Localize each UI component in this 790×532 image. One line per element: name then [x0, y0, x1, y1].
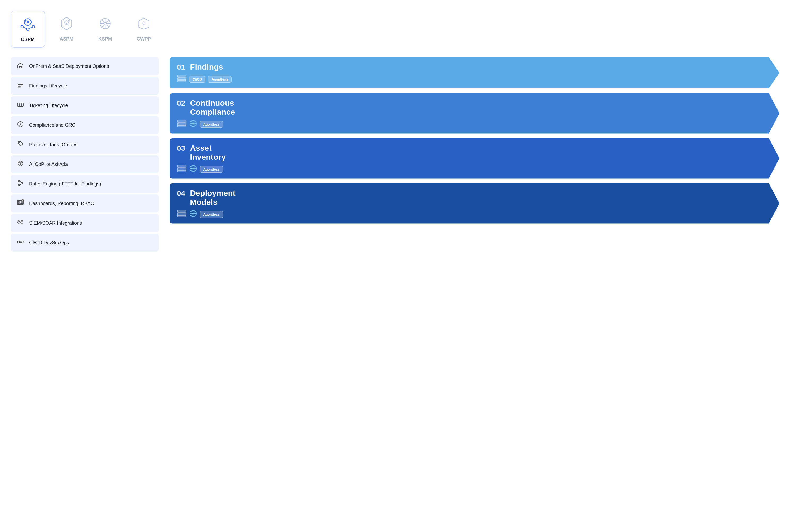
menu-label-dashboards: Dashboards, Reporting, RBAC — [29, 201, 94, 206]
menu-item-compliance[interactable]: Compliance and GRC — [11, 116, 159, 134]
svg-point-70 — [178, 168, 179, 169]
tab-aspm[interactable]: ASPM — [49, 11, 84, 46]
svg-line-94 — [191, 215, 192, 216]
arrow-number-3: 03 — [177, 144, 185, 153]
badge-agentless-2: Agentless — [200, 121, 223, 128]
home-icon — [16, 62, 24, 71]
svg-line-17 — [101, 20, 104, 22]
menu-label-ticketing: Ticketing Lifecycle — [29, 103, 68, 108]
tabs-row: CSPM ASPM — [11, 11, 779, 48]
ai-icon — [16, 160, 24, 169]
badge-agentless-3: Agentless — [200, 166, 223, 173]
menu-item-projects[interactable]: Projects, Tags, Groups — [11, 136, 159, 154]
helm-icon-2 — [189, 119, 197, 129]
svg-rect-24 — [18, 85, 23, 86]
arrow-title-1: Findings — [190, 62, 223, 72]
tag-icon — [16, 140, 24, 149]
svg-line-92 — [191, 211, 192, 212]
menu-label-projects: Projects, Tags, Groups — [29, 142, 77, 148]
menu-item-onprem[interactable]: OnPrem & SaaS Deployment Options — [11, 57, 159, 75]
arrow-card-findings[interactable]: 01 Findings CI/CD Agentless — [170, 57, 779, 89]
tab-cwpp-label: CWPP — [137, 36, 151, 42]
menu-item-siem[interactable]: SIEM/SOAR Integrations — [11, 214, 159, 232]
arrow-number-4: 04 — [177, 189, 185, 198]
svg-rect-23 — [18, 83, 23, 84]
main-layout: OnPrem & SaaS Deployment Options Finding… — [11, 57, 779, 252]
menu-label-cicd: CI/CD DevSecOps — [29, 240, 69, 246]
svg-point-1 — [27, 21, 29, 23]
layers-icon — [16, 82, 24, 90]
svg-point-21 — [142, 22, 145, 24]
tab-cwpp[interactable]: CWPP — [127, 11, 161, 46]
svg-point-42 — [21, 221, 23, 223]
svg-rect-83 — [177, 215, 186, 217]
svg-rect-39 — [21, 202, 22, 204]
menu-label-compliance: Compliance and GRC — [29, 122, 76, 128]
server-icon-3 — [177, 165, 187, 174]
svg-line-80 — [194, 170, 196, 171]
compliance-icon — [16, 121, 24, 129]
cicd-icon — [16, 239, 24, 247]
badge-agentless-4: Agentless — [200, 211, 223, 218]
menu-label-rules: Rules Engine (IFTTT for Findings) — [29, 181, 101, 187]
svg-rect-25 — [18, 87, 21, 88]
arrow-card-asset[interactable]: 03 Asset Inventory — [170, 138, 779, 178]
menu-label-findings: Findings Lifecycle — [29, 83, 67, 89]
svg-point-40 — [22, 199, 24, 201]
arrow-title-3: Asset Inventory — [190, 144, 226, 162]
svg-rect-68 — [177, 170, 186, 172]
svg-point-3 — [32, 25, 35, 28]
tab-aspm-label: ASPM — [60, 36, 73, 42]
tab-kspm[interactable]: KSPM — [88, 11, 122, 46]
svg-point-35 — [18, 184, 20, 186]
svg-point-84 — [178, 211, 179, 211]
svg-rect-48 — [177, 80, 186, 82]
svg-point-69 — [178, 166, 179, 166]
arrow-title-2: Continuous Compliance — [190, 98, 235, 117]
svg-point-54 — [178, 120, 179, 121]
svg-point-50 — [178, 78, 179, 79]
svg-point-33 — [18, 180, 20, 182]
svg-point-45 — [21, 241, 23, 243]
menu-item-ai[interactable]: AI CoPilot AskAda — [11, 155, 159, 173]
svg-line-7 — [28, 27, 32, 30]
tab-cspm[interactable]: CSPM — [11, 11, 45, 48]
menu-item-cicd[interactable]: CI/CD DevSecOps — [11, 234, 159, 252]
arrow-number-2: 02 — [177, 99, 185, 108]
arrow-number-1: 01 — [177, 63, 185, 72]
menu-item-ticketing[interactable]: Ticketing Lifecycle — [11, 96, 159, 114]
cwpp-icon — [136, 15, 152, 34]
svg-line-20 — [106, 24, 109, 27]
svg-rect-26 — [18, 103, 23, 106]
svg-line-64 — [191, 125, 192, 126]
svg-point-28 — [20, 124, 21, 125]
server-icon-1 — [177, 74, 187, 84]
badge-agentless-1: Agentless — [208, 76, 231, 83]
tab-kspm-label: KSPM — [98, 36, 112, 42]
menu-item-dashboards[interactable]: Dashboards, Reporting, RBAC — [11, 194, 159, 212]
svg-rect-53 — [177, 125, 186, 127]
arrow-title-4: Deployment Models — [190, 189, 235, 207]
arrow-card-deployment[interactable]: 04 Deployment Models — [170, 183, 779, 224]
svg-line-18 — [106, 20, 109, 22]
left-menu: OnPrem & SaaS Deployment Options Finding… — [11, 57, 159, 252]
menu-item-rules[interactable]: Rules Engine (IFTTT for Findings) — [11, 175, 159, 193]
svg-point-29 — [19, 142, 20, 143]
helm-icon-3 — [189, 165, 197, 174]
arrow-card-compliance[interactable]: 02 Continuous Compliance — [170, 93, 779, 134]
siem-icon — [16, 219, 24, 227]
menu-label-onprem: OnPrem & SaaS Deployment Options — [29, 63, 109, 69]
menu-item-findings[interactable]: Findings Lifecycle — [11, 77, 159, 95]
aspm-icon — [58, 15, 75, 34]
server-icon-2 — [177, 119, 187, 129]
svg-point-49 — [178, 76, 179, 76]
svg-rect-38 — [20, 202, 21, 204]
svg-rect-37 — [18, 201, 19, 204]
svg-point-55 — [178, 123, 179, 124]
svg-line-95 — [194, 215, 196, 216]
svg-line-6 — [24, 27, 27, 30]
svg-point-44 — [18, 241, 20, 243]
menu-label-siem: SIEM/SOAR Integrations — [29, 221, 82, 226]
svg-point-34 — [21, 182, 22, 184]
right-panel: 01 Findings CI/CD Agentless — [170, 57, 779, 224]
